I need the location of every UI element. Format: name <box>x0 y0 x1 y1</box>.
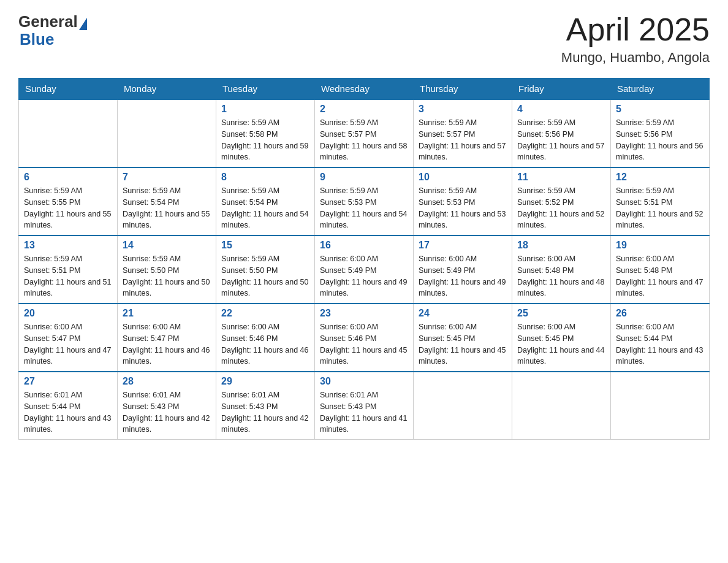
sunset-text: Sunset: 5:43 PM <box>123 401 211 413</box>
daylight-text: Daylight: 11 hours and 51 minutes. <box>24 277 112 300</box>
sunset-text: Sunset: 5:56 PM <box>517 129 605 140</box>
day-info: Sunrise: 6:00 AMSunset: 5:45 PMDaylight:… <box>517 321 605 367</box>
daylight-text: Daylight: 11 hours and 56 minutes. <box>616 140 704 164</box>
daylight-text: Daylight: 11 hours and 57 minutes. <box>517 140 605 164</box>
sunrise-text: Sunrise: 6:00 AM <box>221 321 309 333</box>
daylight-text: Daylight: 11 hours and 45 minutes. <box>320 345 408 368</box>
day-number: 23 <box>320 308 408 319</box>
sunrise-text: Sunrise: 5:59 AM <box>419 117 507 129</box>
daylight-text: Daylight: 11 hours and 55 minutes. <box>123 209 211 232</box>
day-info: Sunrise: 6:00 AMSunset: 5:48 PMDaylight:… <box>517 253 605 299</box>
day-number: 8 <box>221 172 309 183</box>
daylight-text: Daylight: 11 hours and 43 minutes. <box>616 345 704 368</box>
calendar-cell: 21Sunrise: 6:00 AMSunset: 5:47 PMDayligh… <box>118 304 216 372</box>
day-info: Sunrise: 6:01 AMSunset: 5:44 PMDaylight:… <box>24 389 112 435</box>
calendar-cell: 11Sunrise: 5:59 AMSunset: 5:52 PMDayligh… <box>512 167 611 236</box>
sunrise-text: Sunrise: 5:59 AM <box>24 253 112 265</box>
daylight-text: Daylight: 11 hours and 50 minutes. <box>123 277 211 300</box>
calendar-cell: 17Sunrise: 6:00 AMSunset: 5:49 PMDayligh… <box>414 236 512 304</box>
calendar-cell: 26Sunrise: 6:00 AMSunset: 5:44 PMDayligh… <box>611 304 710 372</box>
day-number: 22 <box>221 308 309 319</box>
day-number: 4 <box>517 104 605 115</box>
day-number: 6 <box>24 172 112 183</box>
day-info: Sunrise: 5:59 AMSunset: 5:54 PMDaylight:… <box>123 185 211 231</box>
calendar-cell: 22Sunrise: 6:00 AMSunset: 5:46 PMDayligh… <box>216 304 315 372</box>
day-info: Sunrise: 6:01 AMSunset: 5:43 PMDaylight:… <box>123 389 211 435</box>
calendar-cell: 13Sunrise: 5:59 AMSunset: 5:51 PMDayligh… <box>19 236 118 304</box>
calendar-cell: 8Sunrise: 5:59 AMSunset: 5:54 PMDaylight… <box>216 167 315 236</box>
calendar-cell: 3Sunrise: 5:59 AMSunset: 5:57 PMDaylight… <box>414 99 512 167</box>
sunset-text: Sunset: 5:52 PM <box>517 197 605 209</box>
day-number: 29 <box>221 376 309 387</box>
weekday-header-sunday: Sunday <box>19 79 118 100</box>
page-header: General Blue April 2025 Mungo, Huambo, A… <box>18 12 710 66</box>
calendar-cell: 29Sunrise: 6:01 AMSunset: 5:43 PMDayligh… <box>216 372 315 440</box>
day-info: Sunrise: 5:59 AMSunset: 5:56 PMDaylight:… <box>616 117 704 163</box>
sunset-text: Sunset: 5:44 PM <box>616 333 704 345</box>
sunrise-text: Sunrise: 5:59 AM <box>320 185 408 197</box>
sunset-text: Sunset: 5:47 PM <box>123 333 211 345</box>
calendar-cell <box>19 99 118 167</box>
day-number: 20 <box>24 308 112 319</box>
sunrise-text: Sunrise: 5:59 AM <box>123 185 211 197</box>
calendar-cell: 12Sunrise: 5:59 AMSunset: 5:51 PMDayligh… <box>611 167 710 236</box>
day-info: Sunrise: 5:59 AMSunset: 5:58 PMDaylight:… <box>221 117 309 163</box>
calendar-cell: 16Sunrise: 6:00 AMSunset: 5:49 PMDayligh… <box>315 236 414 304</box>
daylight-text: Daylight: 11 hours and 42 minutes. <box>123 413 211 436</box>
daylight-text: Daylight: 11 hours and 48 minutes. <box>517 277 605 300</box>
day-info: Sunrise: 6:01 AMSunset: 5:43 PMDaylight:… <box>320 389 408 435</box>
day-number: 24 <box>419 308 507 319</box>
daylight-text: Daylight: 11 hours and 57 minutes. <box>419 140 507 164</box>
day-number: 16 <box>320 240 408 251</box>
sunset-text: Sunset: 5:46 PM <box>320 333 408 345</box>
day-number: 5 <box>616 104 704 115</box>
sunrise-text: Sunrise: 5:59 AM <box>221 253 309 265</box>
sunset-text: Sunset: 5:53 PM <box>320 197 408 209</box>
day-number: 18 <box>517 240 605 251</box>
sunrise-text: Sunrise: 6:00 AM <box>616 321 704 333</box>
sunrise-text: Sunrise: 5:59 AM <box>221 117 309 129</box>
sunrise-text: Sunrise: 6:01 AM <box>123 389 211 401</box>
calendar-cell: 27Sunrise: 6:01 AMSunset: 5:44 PMDayligh… <box>19 372 118 440</box>
day-info: Sunrise: 5:59 AMSunset: 5:52 PMDaylight:… <box>517 185 605 231</box>
sunrise-text: Sunrise: 6:00 AM <box>24 321 112 333</box>
day-number: 12 <box>616 172 704 183</box>
weekday-header-tuesday: Tuesday <box>216 79 315 100</box>
daylight-text: Daylight: 11 hours and 54 minutes. <box>320 209 408 232</box>
day-info: Sunrise: 6:00 AMSunset: 5:47 PMDaylight:… <box>24 321 112 367</box>
day-number: 14 <box>123 240 211 251</box>
sunset-text: Sunset: 5:53 PM <box>419 197 507 209</box>
day-info: Sunrise: 5:59 AMSunset: 5:57 PMDaylight:… <box>320 117 408 163</box>
sunset-text: Sunset: 5:49 PM <box>320 265 408 277</box>
sunrise-text: Sunrise: 5:59 AM <box>517 185 605 197</box>
sunset-text: Sunset: 5:56 PM <box>616 129 704 140</box>
sunrise-text: Sunrise: 5:59 AM <box>123 253 211 265</box>
sunset-text: Sunset: 5:55 PM <box>24 197 112 209</box>
day-number: 15 <box>221 240 309 251</box>
weekday-header-saturday: Saturday <box>611 79 710 100</box>
day-info: Sunrise: 6:00 AMSunset: 5:46 PMDaylight:… <box>221 321 309 367</box>
daylight-text: Daylight: 11 hours and 43 minutes. <box>24 413 112 436</box>
day-info: Sunrise: 5:59 AMSunset: 5:53 PMDaylight:… <box>320 185 408 231</box>
day-number: 26 <box>616 308 704 319</box>
sunset-text: Sunset: 5:45 PM <box>419 333 507 345</box>
sunset-text: Sunset: 5:51 PM <box>24 265 112 277</box>
calendar-cell: 5Sunrise: 5:59 AMSunset: 5:56 PMDaylight… <box>611 99 710 167</box>
week-row-2: 6Sunrise: 5:59 AMSunset: 5:55 PMDaylight… <box>19 167 710 236</box>
daylight-text: Daylight: 11 hours and 52 minutes. <box>517 209 605 232</box>
day-number: 7 <box>123 172 211 183</box>
day-number: 21 <box>123 308 211 319</box>
daylight-text: Daylight: 11 hours and 46 minutes. <box>221 345 309 368</box>
day-number: 19 <box>616 240 704 251</box>
logo-general-text: General <box>18 12 78 31</box>
day-number: 17 <box>419 240 507 251</box>
sunset-text: Sunset: 5:54 PM <box>123 197 211 209</box>
daylight-text: Daylight: 11 hours and 42 minutes. <box>221 413 309 436</box>
calendar-cell: 2Sunrise: 5:59 AMSunset: 5:57 PMDaylight… <box>315 99 414 167</box>
daylight-text: Daylight: 11 hours and 58 minutes. <box>320 140 408 164</box>
sunset-text: Sunset: 5:44 PM <box>24 401 112 413</box>
calendar-cell: 1Sunrise: 5:59 AMSunset: 5:58 PMDaylight… <box>216 99 315 167</box>
sunset-text: Sunset: 5:46 PM <box>221 333 309 345</box>
weekday-header-friday: Friday <box>512 79 611 100</box>
day-number: 11 <box>517 172 605 183</box>
